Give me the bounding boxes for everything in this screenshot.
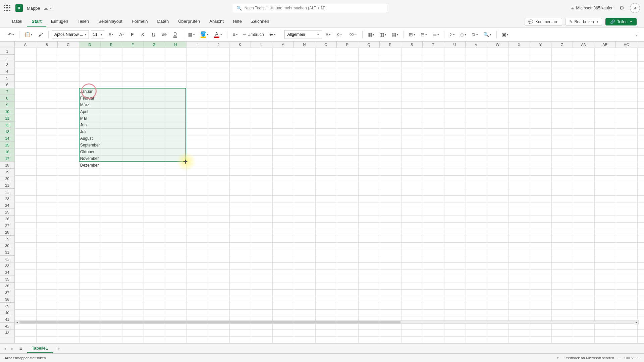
column-header-D[interactable]: D: [79, 42, 101, 48]
column-header-R[interactable]: R: [380, 42, 401, 48]
tab-überprüfen[interactable]: Überprüfen: [173, 17, 205, 27]
tab-hilfe[interactable]: Hilfe: [228, 17, 247, 27]
row-header-22[interactable]: 22: [0, 189, 14, 195]
column-header-O[interactable]: O: [315, 42, 337, 48]
format-cells-button[interactable]: ▭▾: [431, 30, 441, 39]
cell-D16[interactable]: Oktober: [79, 148, 101, 155]
paste-button[interactable]: 📋▾: [23, 30, 34, 39]
row-header-26[interactable]: 26: [0, 216, 14, 222]
row-header-32[interactable]: 32: [0, 256, 14, 262]
row-header-20[interactable]: 20: [0, 175, 14, 182]
column-header-Z[interactable]: Z: [551, 42, 573, 48]
borders-button[interactable]: ▦▾: [186, 30, 197, 39]
addins-button[interactable]: ▣▾: [500, 30, 510, 39]
row-header-40[interactable]: 40: [0, 309, 14, 316]
row-header-39[interactable]: 39: [0, 303, 14, 309]
row-header-8[interactable]: 8: [0, 95, 14, 102]
user-avatar[interactable]: SP: [630, 3, 640, 13]
column-header-M[interactable]: M: [272, 42, 294, 48]
double-underline-button[interactable]: D: [171, 30, 179, 39]
row-header-17[interactable]: 17: [0, 155, 14, 162]
cell-D7[interactable]: Januar: [79, 88, 101, 95]
row-header-13[interactable]: 13: [0, 128, 14, 135]
tab-einfügen[interactable]: Einfügen: [46, 17, 73, 27]
expand-ribbon-icon[interactable]: ⌄: [635, 32, 638, 37]
buy-microsoft365-link[interactable]: ◈ Microsoft 365 kaufen: [571, 6, 613, 11]
cell-D8[interactable]: Februar: [79, 95, 101, 102]
row-header-15[interactable]: 15: [0, 142, 14, 148]
strikethrough-button[interactable]: ab: [160, 30, 169, 39]
column-header-N[interactable]: N: [294, 42, 315, 48]
row-header-7[interactable]: 7: [0, 88, 14, 95]
scroll-left-arrow[interactable]: ◂: [15, 320, 19, 324]
horizontal-scrollbar[interactable]: ◂ ▸: [15, 320, 639, 324]
row-header-4[interactable]: 4: [0, 68, 14, 75]
column-header-T[interactable]: T: [423, 42, 444, 48]
row-header-35[interactable]: 35: [0, 276, 14, 283]
scroll-right-arrow[interactable]: ▸: [634, 320, 639, 324]
row-header-9[interactable]: 9: [0, 102, 14, 108]
decrease-font-button[interactable]: A▾: [117, 30, 126, 39]
tab-ansicht[interactable]: Ansicht: [205, 17, 228, 27]
column-header-W[interactable]: W: [487, 42, 508, 48]
scroll-thumb[interactable]: [20, 321, 400, 323]
column-header-E[interactable]: E: [101, 42, 122, 48]
format-painter-button[interactable]: 🖌: [36, 30, 45, 39]
row-header-14[interactable]: 14: [0, 135, 14, 142]
cell-D18[interactable]: Dezember: [79, 162, 101, 169]
row-header-16[interactable]: 16: [0, 148, 14, 155]
cell-styles-button[interactable]: ▤▾: [390, 30, 400, 39]
font-size-select[interactable]: 11▾: [91, 30, 104, 39]
format-table-button[interactable]: ▥▾: [378, 30, 388, 39]
app-launcher-icon[interactable]: [4, 5, 11, 11]
row-header-30[interactable]: 30: [0, 242, 14, 249]
delete-cells-button[interactable]: ⊟▾: [419, 30, 429, 39]
row-header-42[interactable]: 42: [0, 323, 14, 329]
font-family-select[interactable]: Aptos Narrow ...▾: [52, 30, 89, 39]
bold-button[interactable]: F: [128, 30, 137, 39]
row-header-19[interactable]: 19: [0, 169, 14, 175]
cell-D14[interactable]: August: [79, 135, 101, 142]
column-header-K[interactable]: K: [229, 42, 251, 48]
tab-seitenlayout[interactable]: Seitenlayout: [94, 17, 127, 27]
column-header-X[interactable]: X: [508, 42, 530, 48]
column-header-L[interactable]: L: [251, 42, 272, 48]
column-header-J[interactable]: J: [208, 42, 229, 48]
cell-D9[interactable]: März: [79, 102, 101, 108]
cells-canvas[interactable]: JanuarFebruarMärzAprilMaiJuniJuliAugustS…: [15, 48, 644, 343]
italic-button[interactable]: K: [139, 30, 147, 39]
comments-button[interactable]: 💬 Kommentare: [525, 18, 562, 26]
cell-D12[interactable]: Juni: [79, 122, 101, 128]
sheet-nav-next[interactable]: ▸: [10, 346, 15, 351]
tab-teilen[interactable]: Teilen: [73, 17, 94, 27]
align-button[interactable]: ≡▾: [231, 30, 239, 39]
row-header-27[interactable]: 27: [0, 222, 14, 229]
insert-cells-button[interactable]: ⊞▾: [407, 30, 417, 39]
tab-datei[interactable]: Datei: [7, 17, 27, 27]
decrease-decimal-button[interactable]: .00→: [347, 30, 359, 39]
doc-dropdown-icon[interactable]: ▾: [50, 6, 52, 10]
column-header-P[interactable]: P: [337, 42, 358, 48]
sheet-nav-prev[interactable]: ◂: [3, 346, 7, 351]
search-input[interactable]: [245, 6, 383, 10]
font-color-button[interactable]: A▾: [212, 30, 224, 39]
sort-filter-button[interactable]: ⇅▾: [470, 30, 480, 39]
row-header-23[interactable]: 23: [0, 195, 14, 202]
column-header-AA[interactable]: AA: [573, 42, 594, 48]
zoom-in-button[interactable]: +: [637, 356, 639, 360]
column-header-A[interactable]: A: [15, 42, 36, 48]
row-header-24[interactable]: 24: [0, 202, 14, 209]
row-header-18[interactable]: 18: [0, 162, 14, 169]
search-box[interactable]: 🔍: [233, 3, 387, 13]
row-header-25[interactable]: 25: [0, 209, 14, 216]
row-header-11[interactable]: 11: [0, 115, 14, 122]
row-header-33[interactable]: 33: [0, 262, 14, 269]
column-header-Q[interactable]: Q: [358, 42, 380, 48]
row-header-3[interactable]: 3: [0, 61, 14, 68]
clear-button[interactable]: ◇▾: [459, 30, 468, 39]
cloud-sync-icon[interactable]: ☁: [44, 6, 48, 11]
feedback-link[interactable]: Feedback an Microsoft senden: [564, 356, 614, 360]
zoom-out-button[interactable]: −: [619, 356, 621, 360]
edit-mode-button[interactable]: ✎ Bearbeiten ▾: [566, 18, 602, 26]
column-header-G[interactable]: G: [144, 42, 165, 48]
